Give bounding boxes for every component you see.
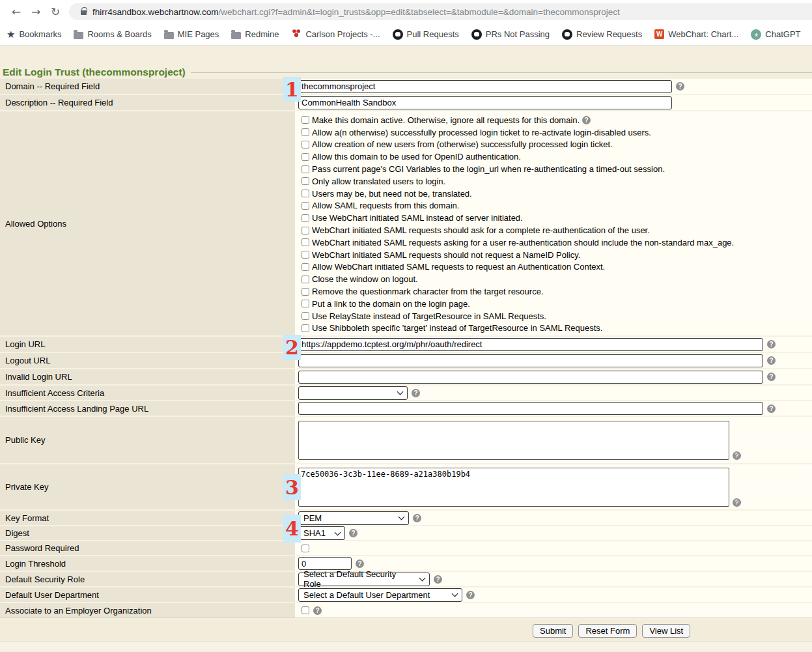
option-row: Allow WebChart initiated SAML requests t… (301, 261, 812, 274)
insufficient-access-landing-input[interactable] (298, 402, 763, 415)
login-url-input[interactable] (298, 338, 763, 351)
option-checkbox[interactable] (301, 300, 309, 307)
logout-url-input[interactable] (298, 354, 763, 367)
bookmark-item-prs-not-passing[interactable]: PRs Not Passing (471, 29, 550, 40)
annotation-2: 2 (283, 335, 301, 360)
option-checkbox[interactable] (301, 227, 309, 234)
option-row: Use WebChart initiated SAML instead of s… (301, 212, 812, 224)
option-checkbox[interactable] (301, 312, 309, 320)
option-checkbox[interactable] (301, 177, 309, 185)
option-checkbox[interactable] (301, 263, 309, 271)
view-list-button[interactable]: View List (642, 624, 690, 638)
row-public-key: Public Key ? (0, 417, 812, 464)
chatgpt-icon: * (751, 29, 761, 40)
help-icon[interactable]: ? (767, 340, 776, 348)
description-input[interactable] (298, 96, 672, 109)
row-invalid-login-url: Invalid Login URL ? (0, 369, 812, 386)
row-insufficient-access-criteria: Insufficient Access Criteria ? (0, 386, 812, 401)
insufficient-access-landing-label: Insufficient Access Landing Page URL (0, 401, 295, 416)
reset-form-button[interactable]: Reset Form (578, 624, 637, 638)
bookmark-item-review-requests[interactable]: Review Requests (562, 29, 642, 40)
help-icon[interactable]: ? (413, 514, 421, 522)
option-checkbox[interactable] (301, 165, 309, 173)
domain-input[interactable] (298, 80, 672, 93)
bookmark-item-webchart[interactable]: W WebChart: Chart... (654, 29, 738, 39)
public-key-textarea[interactable] (298, 421, 729, 460)
key-format-select[interactable]: PEM (298, 511, 409, 525)
bookmark-item-rooms-boards[interactable]: Rooms & Boards (74, 29, 151, 39)
option-checkbox[interactable] (301, 202, 309, 210)
option-label: Allow WebChart initiated SAML requests t… (312, 262, 605, 272)
help-icon[interactable]: ? (676, 82, 684, 91)
option-row: Allow SAML requests from this domain. (301, 200, 812, 212)
submit-button[interactable]: Submit (533, 624, 573, 638)
bookmark-item-redmine[interactable]: Redmine (231, 29, 279, 39)
title-rule (191, 72, 812, 73)
row-key-format: Key Format PEM ? (0, 511, 812, 526)
option-label: Only allow translated users to login. (312, 177, 445, 186)
login-url-label: Login URL (0, 337, 295, 352)
option-checkbox[interactable] (301, 141, 309, 149)
row-default-user-department: Default User Department Select a Default… (0, 588, 812, 603)
invalid-login-url-input[interactable] (298, 371, 763, 384)
resize-grip-icon[interactable] (734, 500, 740, 505)
associate-employer-checkbox[interactable] (301, 606, 309, 614)
lock-icon[interactable] (81, 10, 87, 15)
row-insufficient-access-landing: Insufficient Access Landing Page URL ? (0, 401, 812, 417)
help-icon[interactable]: ? (767, 373, 776, 381)
option-checkbox[interactable] (301, 190, 309, 197)
reload-icon[interactable]: ↻ (46, 5, 65, 18)
option-checkbox[interactable] (301, 251, 309, 259)
row-private-key: Private Key 7ce50036-3c3b-11ee-8689-a21a… (0, 464, 812, 511)
private-key-label: Private Key (0, 464, 295, 509)
help-icon[interactable]: ? (767, 356, 776, 365)
bookmark-label: Bookmarks (19, 29, 61, 39)
option-row: Allow a(n otherwise) successfully proces… (301, 126, 812, 139)
resize-grip-icon[interactable] (734, 453, 740, 459)
redmine-paw-icon (291, 28, 301, 40)
option-checkbox[interactable] (301, 116, 309, 124)
option-checkbox[interactable] (301, 128, 309, 136)
digest-select[interactable]: SHA1 (298, 526, 345, 540)
default-security-role-select[interactable]: Select a Default Security Role (298, 573, 430, 586)
insufficient-access-criteria-select[interactable] (298, 386, 408, 400)
option-checkbox[interactable] (301, 153, 309, 161)
bookmark-item-carlson-projects[interactable]: Carlson Projects -... (291, 28, 380, 40)
bookmark-label: Pull Requests (407, 29, 459, 39)
description-label: Description -- Required Field (0, 95, 295, 110)
chevron-down-icon (419, 575, 426, 582)
forward-icon[interactable]: → (26, 5, 46, 18)
url-text: fhirr4sandbox.webchartnow.com/webchart.c… (92, 7, 620, 17)
help-icon[interactable]: ? (466, 591, 475, 599)
bookmark-item-pull-requests[interactable]: Pull Requests (393, 29, 459, 40)
help-icon[interactable]: ? (349, 529, 357, 537)
option-label: Put a link to the domain on the login pa… (312, 299, 470, 309)
default-user-department-select[interactable]: Select a Default User Department (298, 588, 462, 602)
option-label: Pass current page's CGI Variables to the… (312, 164, 665, 174)
option-label: Allow SAML requests from this domain. (312, 201, 459, 210)
option-row: Pass current page's CGI Variables to the… (301, 163, 812, 175)
github-icon (562, 29, 572, 40)
option-checkbox[interactable] (301, 324, 309, 332)
login-threshold-input[interactable] (298, 557, 352, 570)
back-icon[interactable]: ← (7, 5, 26, 18)
help-icon[interactable]: ? (434, 575, 442, 584)
help-icon[interactable]: ? (767, 404, 776, 413)
option-checkbox[interactable] (301, 288, 309, 296)
bookmark-item-chatgpt[interactable]: * ChatGPT (751, 29, 800, 40)
password-required-checkbox[interactable] (301, 545, 309, 552)
option-checkbox[interactable] (301, 276, 309, 283)
bookmark-item-bookmarks[interactable]: ★ Bookmarks (7, 29, 61, 39)
webchart-icon: W (654, 29, 664, 39)
option-checkbox[interactable] (301, 214, 309, 222)
help-icon[interactable]: ? (582, 116, 591, 124)
row-associate-employer: Associate to an Employer Organization ? (0, 603, 812, 617)
option-checkbox[interactable] (301, 238, 309, 246)
bookmark-item-mie-pages[interactable]: MIE Pages (164, 29, 219, 39)
help-icon[interactable]: ? (313, 606, 322, 615)
insufficient-access-criteria-label: Insufficient Access Criteria (0, 386, 295, 400)
url-bar[interactable]: fhirr4sandbox.webchartnow.com/webchart.c… (69, 3, 812, 20)
private-key-textarea[interactable]: 7ce50036-3c3b-11ee-8689-a21a380b19b4 (298, 468, 729, 507)
help-icon[interactable]: ? (412, 389, 420, 397)
help-icon[interactable]: ? (356, 560, 364, 568)
